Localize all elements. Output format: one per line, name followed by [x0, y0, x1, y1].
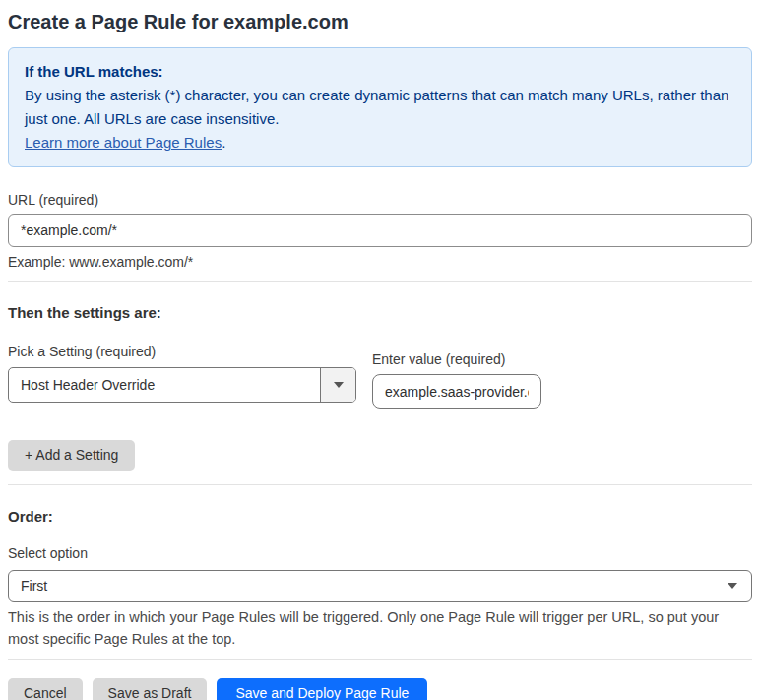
setting-row: Pick a Setting (required) Host Header Ov…	[8, 344, 752, 409]
order-section-heading: Order:	[8, 507, 752, 526]
url-match-info-box: If the URL matches: By using the asteris…	[8, 47, 752, 167]
pick-setting-dropdown-value: Host Header Override	[9, 368, 320, 402]
divider	[8, 281, 752, 282]
pick-setting-dropdown[interactable]: Host Header Override	[8, 367, 356, 403]
caret-down-icon	[728, 583, 737, 589]
enter-value-column: Enter value (required)	[372, 351, 541, 409]
divider	[8, 659, 752, 660]
setting-value-input[interactable]	[372, 374, 541, 409]
order-select[interactable]: First	[8, 570, 752, 602]
pick-setting-label: Pick a Setting (required)	[8, 344, 356, 360]
dropdown-arrow-segment[interactable]	[320, 368, 355, 402]
url-input[interactable]	[8, 214, 752, 247]
caret-down-icon	[334, 382, 344, 388]
learn-more-link[interactable]: Learn more about Page Rules	[25, 134, 222, 151]
settings-section-heading: Then the settings are:	[8, 303, 752, 322]
link-period: .	[222, 134, 225, 151]
info-box-link-line: Learn more about Page Rules.	[25, 131, 735, 155]
order-helper-text: This is the order in which your Page Rul…	[8, 606, 744, 650]
url-example-text: Example: www.example.com/*	[8, 254, 752, 271]
page-rule-form: Create a Page Rule for example.com If th…	[0, 9, 760, 700]
footer-button-row: Cancel Save as Draft Save and Deploy Pag…	[8, 678, 752, 700]
enter-value-label: Enter value (required)	[372, 351, 541, 368]
save-as-draft-button[interactable]: Save as Draft	[93, 678, 208, 700]
url-field-label: URL (required)	[8, 192, 752, 209]
add-setting-button[interactable]: + Add a Setting	[8, 440, 135, 471]
page-title: Create a Page Rule for example.com	[8, 9, 752, 35]
cancel-button[interactable]: Cancel	[8, 678, 83, 700]
order-select-label: Select option	[8, 545, 752, 562]
pick-setting-column: Pick a Setting (required) Host Header Ov…	[8, 344, 356, 403]
save-and-deploy-button[interactable]: Save and Deploy Page Rule	[217, 678, 427, 700]
order-select-value: First	[21, 578, 47, 594]
divider	[8, 484, 752, 485]
info-box-heading: If the URL matches:	[25, 60, 735, 84]
info-box-body: By using the asterisk (*) character, you…	[25, 84, 735, 131]
